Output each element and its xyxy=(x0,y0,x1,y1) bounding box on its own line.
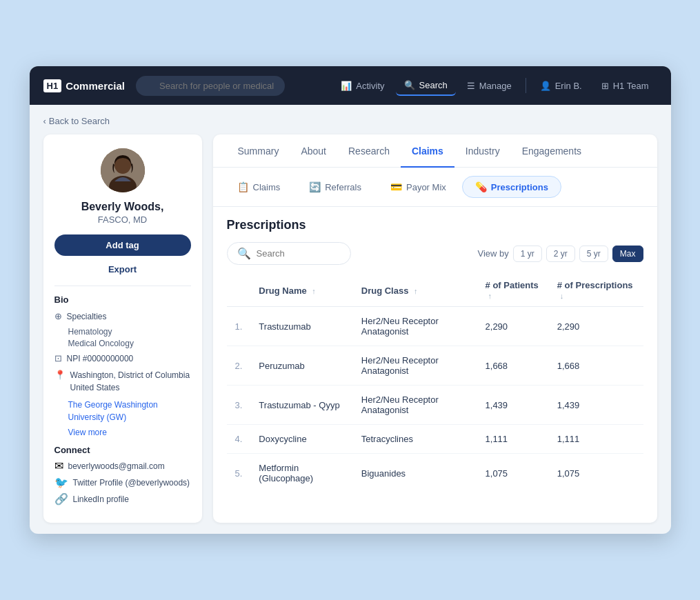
col-drug-class[interactable]: Drug Class ↑ xyxy=(353,274,477,307)
tab-research[interactable]: Research xyxy=(337,134,401,168)
export-button[interactable]: Export xyxy=(54,261,191,277)
view-btn-max[interactable]: Max xyxy=(612,246,643,262)
search-button[interactable]: 🔍 Search xyxy=(396,76,456,96)
view-btn-2yr[interactable]: 2 yr xyxy=(546,246,575,262)
view-btn-1yr[interactable]: 1 yr xyxy=(513,246,542,262)
num-patients-sort-icon: ↑ xyxy=(488,292,492,300)
subtab-referrals[interactable]: 🔄 Referrals xyxy=(296,176,374,198)
tab-summary[interactable]: Summary xyxy=(227,134,290,168)
affiliation-link[interactable]: The George Washington University (GW) xyxy=(68,400,158,422)
subtab-claims[interactable]: 📋 Claims xyxy=(224,176,294,198)
team-button[interactable]: ⊞ H1 Team xyxy=(593,77,657,95)
specialty-2: Medical Oncology xyxy=(68,339,191,348)
email-text: beverlywoods@gmail.com xyxy=(68,461,165,471)
tab-engagements[interactable]: Engagements xyxy=(511,134,592,168)
cell-drug-name: Trastuzumab - Qyyp xyxy=(250,386,352,425)
subtab-payor-mix[interactable]: 💳 Payor Mix xyxy=(377,176,459,198)
specialty-1: Hematology xyxy=(68,327,191,337)
row-num: 2. xyxy=(227,346,251,386)
section-title: Prescriptions xyxy=(227,218,643,232)
tab-about[interactable]: About xyxy=(290,134,337,168)
cell-num-patients: 2,290 xyxy=(477,307,549,346)
table-toolbar: 🔍 View by 1 yr 2 yr 5 yr Max xyxy=(227,242,643,265)
activity-label: Activity xyxy=(356,81,384,91)
nav-search-input[interactable] xyxy=(136,76,285,96)
email-icon: ✉ xyxy=(54,459,63,472)
row-num: 3. xyxy=(227,386,251,425)
subtab-claims-label: Claims xyxy=(253,182,281,192)
back-chevron-icon: ‹ xyxy=(43,116,46,126)
linkedin-text: LinkedIn profile xyxy=(73,494,129,504)
user-button[interactable]: 👤 Erin B. xyxy=(532,77,590,95)
cell-drug-name: Metformin (Glucophage) xyxy=(250,454,352,493)
nav-search-wrapper: 🔍 xyxy=(136,76,321,96)
npi-text: NPI #0000000000 xyxy=(67,352,134,365)
main-area: ‹ Back to Search xyxy=(30,105,671,534)
main-tabs: Summary About Research Claims Industry E… xyxy=(213,134,657,168)
user-icon: 👤 xyxy=(540,81,551,91)
profile-name: Beverly Woods, xyxy=(54,201,191,213)
tab-industry[interactable]: Industry xyxy=(454,134,511,168)
table-search-input[interactable] xyxy=(257,248,341,259)
search-icon: 🔍 xyxy=(404,80,415,90)
col-num xyxy=(227,274,251,307)
email-row: ✉ beverlywoods@gmail.com xyxy=(54,459,191,472)
payor-icon: 💳 xyxy=(390,181,402,192)
twitter-text: Twitter Profile (@beverlywoods) xyxy=(73,478,190,488)
row-num: 4. xyxy=(227,425,251,454)
subtabs-row: 📋 Claims 🔄 Referrals 💳 Payor Mix 💊 Presc… xyxy=(213,168,657,207)
app-logo: H1 Commercial xyxy=(43,79,126,92)
table-row: 4. Doxycycline Tetracyclines 1,111 1,111 xyxy=(227,425,643,454)
table-row: 2. Peruzumab Her2/Neu Receptor Anatagoni… xyxy=(227,346,643,386)
cell-num-prescriptions: 1,075 xyxy=(549,454,643,493)
profile-credential: FASCO, MD xyxy=(54,214,191,225)
tab-claims[interactable]: Claims xyxy=(401,134,454,168)
cell-num-patients: 1,075 xyxy=(477,454,549,493)
manage-icon: ☰ xyxy=(467,81,475,91)
table-search-wrapper: 🔍 xyxy=(227,242,351,265)
col-num-patients[interactable]: # of Patients ↑ xyxy=(477,274,549,307)
bio-label: Bio xyxy=(54,294,191,305)
team-label: H1 Team xyxy=(613,81,649,91)
cell-drug-class: Her2/Neu Receptor Anatagonist xyxy=(353,386,477,425)
subtab-prescriptions[interactable]: 💊 Prescriptions xyxy=(462,176,561,198)
profile-card: Beverly Woods, FASCO, MD Add tag Export … xyxy=(43,134,202,523)
view-more-link[interactable]: View more xyxy=(68,428,107,437)
col-drug-name[interactable]: Drug Name ↑ xyxy=(250,274,352,307)
specialties-label: Specialties xyxy=(67,310,107,323)
cell-drug-class: Her2/Neu Receptor Anatagonist xyxy=(353,346,477,386)
specialties-icon: ⊕ xyxy=(54,311,62,321)
cell-num-patients: 1,111 xyxy=(477,425,549,454)
activity-button[interactable]: 📊 Activity xyxy=(332,77,392,95)
drug-name-sort-icon: ↑ xyxy=(312,287,316,295)
prescriptions-icon: 💊 xyxy=(475,181,487,192)
activity-icon: 📊 xyxy=(341,81,352,91)
table-row: 1. Trastuzumab Her2/Neu Receptor Anatago… xyxy=(227,307,643,346)
divider-1 xyxy=(54,286,191,286)
cell-num-prescriptions: 1,668 xyxy=(549,346,643,386)
subtab-prescriptions-label: Prescriptions xyxy=(491,182,548,192)
cell-drug-name: Trastuzumab xyxy=(250,307,352,346)
cell-num-prescriptions: 1,111 xyxy=(549,425,643,454)
cell-drug-class: Tetracyclines xyxy=(353,425,477,454)
location-icon: 📍 xyxy=(54,370,66,380)
cell-num-prescriptions: 2,290 xyxy=(549,307,643,346)
row-num: 5. xyxy=(227,454,251,493)
col-num-prescriptions[interactable]: # of Prescriptions ↓ xyxy=(549,274,643,307)
cell-drug-name: Peruzumab xyxy=(250,346,352,386)
table-row: 5. Metformin (Glucophage) Biguanides 1,0… xyxy=(227,454,643,493)
table-row: 3. Trastuzumab - Qyyp Her2/Neu Receptor … xyxy=(227,386,643,425)
manage-button[interactable]: ☰ Manage xyxy=(459,77,520,95)
cell-num-patients: 1,668 xyxy=(477,346,549,386)
back-link[interactable]: ‹ Back to Search xyxy=(43,116,110,126)
cell-drug-class: Her2/Neu Receptor Anatagonist xyxy=(353,307,477,346)
linkedin-row: 🔗 LinkedIn profile xyxy=(54,492,191,506)
logo-h1: H1 xyxy=(43,79,62,92)
view-btn-5yr[interactable]: 5 yr xyxy=(579,246,608,262)
add-tag-button[interactable]: Add tag xyxy=(54,234,191,256)
npi-icon: ⊡ xyxy=(54,353,62,363)
cell-num-prescriptions: 1,439 xyxy=(549,386,643,425)
location-text: Washington, District of Columbia United … xyxy=(70,369,191,394)
subtab-payor-label: Payor Mix xyxy=(406,182,446,192)
prescriptions-table: Drug Name ↑ Drug Class ↑ # of Patients ↑ xyxy=(227,274,643,492)
